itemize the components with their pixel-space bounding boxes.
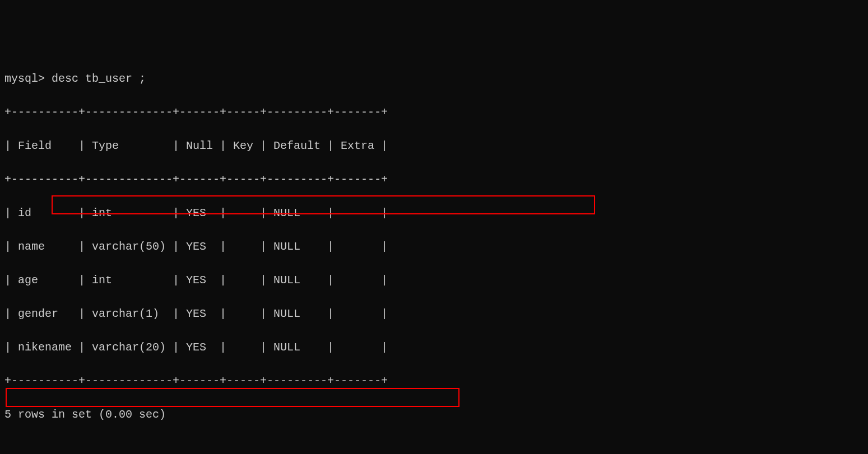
table-border: +----------+-------------+------+-----+-… xyxy=(4,373,864,390)
table-row: | name | varchar(50) | YES | | NULL | | xyxy=(4,238,864,255)
table-header: | Field | Type | Null | Key | Default | … xyxy=(4,138,864,155)
cmd-line-1[interactable]: mysql> desc tb_user ; xyxy=(4,71,864,87)
table-row: | age | int | YES | | NULL | | xyxy=(4,272,864,289)
rows-in-set: 5 rows in set (0.00 sec) xyxy=(4,406,864,423)
highlight-username-row xyxy=(6,388,459,407)
table-row: | nikename | varchar(20) | YES | | NULL … xyxy=(4,339,864,356)
table-row: | gender | varchar(1) | YES | | NULL | | xyxy=(4,306,864,322)
table-row: | id | int | YES | | NULL | | xyxy=(4,205,864,222)
table-border: +----------+-------------+------+-----+-… xyxy=(4,104,864,121)
prompt: mysql> xyxy=(4,72,45,85)
table-border: +----------+-------------+------+-----+-… xyxy=(4,171,864,188)
command: desc tb_user ; xyxy=(52,72,146,85)
